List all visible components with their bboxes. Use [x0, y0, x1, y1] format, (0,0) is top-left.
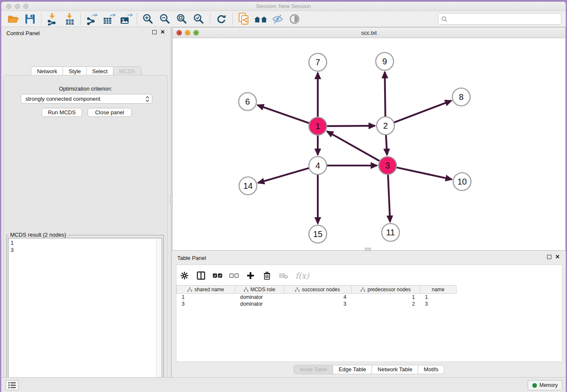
zoom-in-button[interactable] — [140, 12, 157, 26]
delete-column-button[interactable] — [262, 270, 272, 281]
node-table-grid[interactable]: shared nameMCDS rolesuccessor nodesprede… — [176, 285, 457, 307]
delete-table-button[interactable] — [279, 270, 288, 281]
refresh-icon — [215, 13, 227, 25]
node-label: 4 — [315, 161, 320, 170]
search-field[interactable] — [438, 13, 561, 25]
close-panel-icon[interactable]: ✕ — [160, 30, 165, 34]
edge-2-8[interactable] — [393, 101, 451, 123]
control-panel-title: Control Panel — [6, 30, 40, 36]
edge-3-1[interactable] — [327, 131, 381, 161]
table-cell[interactable]: 1 — [352, 294, 420, 301]
network-graph[interactable]: 7968124314101511 — [173, 38, 565, 250]
table-cell[interactable]: 2 — [352, 301, 420, 307]
add-column-button[interactable] — [246, 270, 255, 281]
optimization-criterion-label: Optimization criterion: — [3, 86, 168, 92]
tab-node-table[interactable]: Node Table — [294, 365, 333, 374]
edge-4-14[interactable] — [258, 168, 310, 183]
import-network-button[interactable] — [44, 12, 61, 26]
node-2[interactable]: 2 — [377, 117, 394, 135]
tab-network-table[interactable]: Network Table — [372, 365, 418, 374]
close-panel-button[interactable]: Close panel — [88, 108, 132, 117]
clone-network-button[interactable] — [235, 12, 252, 26]
node-1[interactable]: 1 — [309, 117, 327, 135]
node-label: 15 — [313, 229, 322, 239]
eye-slash-icon — [271, 13, 284, 25]
unselect-all-button[interactable] — [229, 270, 239, 281]
node-6[interactable]: 6 — [239, 93, 256, 110]
search-input[interactable] — [448, 16, 559, 22]
open-file-button[interactable] — [5, 12, 22, 26]
close-table-panel-icon[interactable]: ✕ — [555, 255, 560, 259]
export-table-button[interactable] — [100, 12, 117, 26]
edge-2-3[interactable] — [386, 134, 387, 155]
node-label: 2 — [383, 121, 388, 130]
toolbar-separator — [210, 13, 210, 25]
edge-1-6[interactable] — [258, 105, 310, 123]
search-icon — [441, 16, 448, 22]
tab-edge-table[interactable]: Edge Table — [333, 365, 372, 374]
column-header-name[interactable]: name — [420, 286, 457, 294]
table-settings-button[interactable] — [180, 270, 189, 281]
table-cell[interactable]: 3 — [284, 301, 352, 307]
select-all-button[interactable] — [213, 270, 222, 281]
node-8[interactable]: 8 — [452, 88, 470, 106]
show-columns-button[interactable] — [196, 270, 206, 281]
float-table-panel-icon[interactable] — [547, 255, 551, 259]
task-history-button[interactable] — [6, 380, 19, 390]
node-7[interactable]: 7 — [309, 53, 327, 71]
node-label: 8 — [459, 92, 463, 102]
network-table-divider-grip[interactable] — [365, 248, 371, 251]
edge-1-2[interactable] — [326, 126, 375, 126]
optimization-criterion-select[interactable]: strongly connected component — [21, 94, 152, 104]
float-panel-icon[interactable] — [152, 30, 157, 34]
edge-2-9[interactable] — [385, 72, 385, 118]
table-panel-tabs: Node TableEdge TableNetwork TableMotifs — [172, 365, 566, 374]
control-panel-header: Control Panel ✕ — [1, 27, 171, 39]
network-canvas[interactable]: 7968124314101511 — [173, 38, 565, 250]
table-cell[interactable]: 1 — [177, 294, 235, 301]
result-scrollbar[interactable] — [156, 239, 161, 392]
toolbar-separator — [232, 13, 233, 25]
edge-3-10[interactable] — [396, 167, 452, 179]
zoom-out-button[interactable] — [157, 12, 173, 26]
node-14[interactable]: 14 — [239, 177, 257, 195]
node-11[interactable]: 11 — [382, 224, 399, 241]
node-4[interactable]: 4 — [309, 157, 327, 174]
app-title: Session: New Session — [1, 3, 566, 9]
import-table-button[interactable] — [61, 12, 78, 26]
memory-button[interactable]: Memory — [528, 380, 562, 390]
node-label: 6 — [245, 97, 250, 106]
table-row[interactable]: 3dominator323 — [177, 301, 457, 307]
column-header-MCDS-role[interactable]: MCDS role — [235, 286, 284, 294]
tab-motifs[interactable]: Motifs — [418, 365, 444, 374]
column-header-shared-name[interactable]: shared name — [177, 286, 235, 294]
export-network-button[interactable] — [83, 12, 100, 26]
hide-display-button[interactable] — [269, 12, 286, 26]
run-mcds-button[interactable]: Run MCDS — [41, 108, 82, 117]
main-toolbar — [1, 11, 566, 27]
table-cell[interactable]: 3 — [177, 301, 235, 307]
table-cell[interactable]: 4 — [284, 294, 352, 301]
node-3[interactable]: 3 — [379, 157, 396, 174]
save-session-button[interactable] — [22, 12, 39, 26]
table-cell[interactable]: dominator — [235, 294, 284, 301]
function-builder-button[interactable]: f(x) — [295, 270, 309, 281]
node-10[interactable]: 10 — [453, 173, 471, 190]
zoom-fit-button[interactable] — [173, 12, 190, 26]
table-cell[interactable]: dominator — [235, 301, 284, 307]
home-view-button[interactable] — [252, 12, 269, 26]
refresh-view-button[interactable] — [213, 12, 230, 26]
table-row[interactable]: 1dominator411 — [177, 294, 457, 301]
zoom-selected-button[interactable] — [190, 12, 207, 26]
show-display-button[interactable] — [286, 12, 303, 26]
node-9[interactable]: 9 — [376, 52, 394, 70]
column-header-successor-nodes[interactable]: successor nodes — [284, 286, 352, 294]
node-15[interactable]: 15 — [309, 225, 327, 243]
edge-3-11[interactable] — [388, 174, 390, 222]
zoom-fit-icon — [176, 13, 188, 25]
table-cell[interactable]: 1 — [420, 294, 457, 301]
table-cell[interactable]: 3 — [420, 301, 457, 307]
column-header-predecessor-nodes[interactable]: predecessor nodes — [352, 286, 420, 294]
mcds-result-textarea[interactable]: 1 3 — [8, 238, 162, 392]
export-image-button[interactable] — [117, 12, 134, 26]
